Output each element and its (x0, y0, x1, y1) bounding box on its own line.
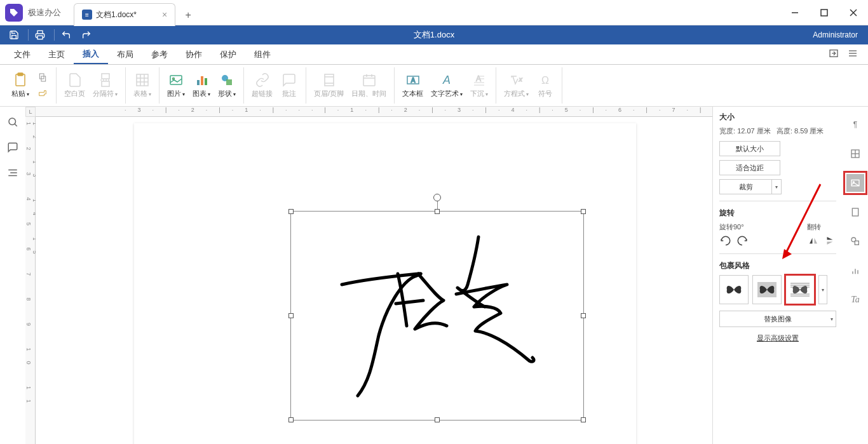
selected-image[interactable] (290, 211, 584, 420)
save-icon[interactable] (5, 26, 23, 44)
resize-handle-tr[interactable] (581, 209, 586, 214)
svg-rect-11 (18, 73, 23, 76)
user-label: Administrator (813, 30, 863, 39)
size-title: 大小 (719, 112, 836, 123)
doc-title: 文档1.docx (414, 29, 454, 41)
crop-button[interactable]: 裁剪▾ (719, 179, 836, 194)
hyperlink-button[interactable]: 超链接 (248, 71, 276, 100)
svg-line-47 (15, 124, 17, 126)
undo-icon[interactable] (57, 26, 75, 44)
flip-horizontal-icon[interactable] (807, 234, 820, 247)
header-tab-icon[interactable] (846, 203, 864, 221)
shape-tab-icon[interactable] (846, 232, 864, 250)
document-tab[interactable]: ≡ 文档1.docx* × (74, 3, 175, 26)
image-tab-icon[interactable] (846, 174, 864, 192)
document-canvas[interactable]: L ·3·|·2·|·1·|···|·1·|·2·|·3·|·4·|·5·|·6… (25, 107, 712, 444)
rotate-right-icon[interactable] (736, 234, 749, 247)
outline-icon[interactable] (5, 165, 20, 180)
resize-handle-ml[interactable] (288, 313, 294, 318)
menubar: 文件 主页 插入 布局 参考 协作 保护 组件 (0, 44, 868, 65)
blank-page-button[interactable]: 空白页 (60, 71, 89, 100)
paste-button[interactable]: 粘贴▾ (8, 71, 33, 100)
format-painter-icon[interactable] (36, 87, 50, 101)
page-break-button[interactable]: 分隔符▾ (89, 71, 121, 100)
close-window-button[interactable] (839, 0, 868, 25)
resize-handle-tl[interactable] (288, 209, 294, 214)
fit-margin-button[interactable]: 适合边距 (719, 160, 780, 175)
svg-rect-62 (852, 208, 858, 216)
minimize-button[interactable] (780, 0, 810, 25)
svg-rect-24 (197, 80, 200, 85)
dropcap-button[interactable]: A 下沉▾ (466, 71, 492, 100)
datetime-button[interactable]: 日期、时间 (348, 71, 390, 100)
resize-handle-mr[interactable] (581, 313, 586, 318)
ruler-corner: L (25, 107, 36, 117)
ribbon: 粘贴▾ 空白页 分隔符▾ 表格▾ 图片▾ 图表▾ (0, 65, 868, 107)
shape-button[interactable]: 形状▾ (214, 71, 240, 100)
wrap-square-button[interactable] (752, 275, 782, 304)
maximize-button[interactable] (810, 0, 839, 25)
horizontal-ruler: ·3·|·2·|·1·|···|·1·|·2·|·3·|·4·|·5·|·6·|… (36, 107, 712, 117)
textbox-button[interactable]: A 文本框 (398, 71, 427, 100)
properties-panel: 大小 宽度: 12.07 厘米 高度: 8.59 厘米 默认大小 适合边距 裁剪… (712, 107, 843, 444)
svg-rect-15 (102, 81, 109, 86)
menu-protect[interactable]: 保护 (211, 44, 245, 64)
search-icon[interactable] (5, 114, 20, 130)
open-file-icon[interactable] (829, 48, 839, 60)
wrap-tight-button[interactable] (785, 275, 815, 304)
app-logo (5, 4, 23, 22)
add-tab-button[interactable]: + (178, 5, 198, 25)
chart-tab-icon[interactable] (846, 262, 864, 279)
rotate-left-icon[interactable] (719, 234, 732, 247)
header-footer-button[interactable]: 页眉/页脚 (310, 71, 348, 100)
doc-icon: ≡ (82, 10, 92, 20)
replace-image-button[interactable]: 替换图像▾ (719, 311, 836, 327)
menu-addon[interactable]: 组件 (245, 44, 280, 64)
default-size-button[interactable]: 默认大小 (719, 141, 780, 156)
right-side-tabs: ¶ Ta (843, 107, 868, 444)
wrap-more-button[interactable]: ▾ (818, 275, 827, 304)
image-button[interactable]: 图片▾ (163, 71, 189, 100)
redo-icon[interactable] (78, 26, 95, 44)
wordart-button[interactable]: A 文字艺术▾ (427, 71, 466, 100)
size-values: 宽度: 12.07 厘米 高度: 8.59 厘米 (719, 126, 836, 136)
table-tab-icon[interactable] (846, 145, 864, 163)
resize-handle-bl[interactable] (288, 417, 294, 422)
textart-tab-icon[interactable]: Ta (846, 291, 864, 309)
menu-icon[interactable] (848, 48, 858, 60)
flip-vertical-icon[interactable] (824, 234, 836, 247)
resize-handle-br[interactable] (581, 417, 586, 422)
rotate-handle[interactable] (433, 194, 441, 201)
svg-rect-28 (226, 79, 232, 85)
app-name: 极速办公 (28, 7, 61, 18)
chart-button[interactable]: 图表▾ (189, 71, 214, 100)
svg-text:A: A (442, 74, 451, 86)
svg-text:A: A (410, 77, 415, 84)
menu-file[interactable]: 文件 (5, 44, 39, 64)
wrap-inline-button[interactable] (719, 275, 749, 304)
symbol-button[interactable]: Ω 符号 (532, 71, 558, 100)
menu-insert[interactable]: 插入 (74, 44, 108, 64)
page[interactable] (134, 123, 636, 444)
advanced-settings-link[interactable]: 显示高级设置 (719, 333, 836, 343)
close-icon[interactable]: × (162, 10, 167, 20)
svg-rect-26 (205, 78, 207, 85)
menu-collab[interactable]: 协作 (177, 44, 211, 64)
print-icon[interactable] (31, 26, 49, 44)
resize-handle-tm[interactable] (435, 209, 440, 214)
resize-handle-bm[interactable] (435, 417, 440, 422)
equation-button[interactable]: x 方程式▾ (500, 71, 532, 100)
table-button[interactable]: 表格▾ (130, 71, 155, 100)
copy-icon[interactable] (36, 71, 50, 84)
paragraph-tab-icon[interactable]: ¶ (846, 116, 864, 133)
svg-text:Ω: Ω (541, 75, 549, 86)
menu-home[interactable]: 主页 (39, 44, 74, 64)
rotate-title: 旋转 (719, 208, 836, 219)
comment-button[interactable]: 批注 (276, 71, 302, 100)
svg-point-23 (173, 78, 175, 80)
menu-layout[interactable]: 布局 (108, 44, 142, 64)
signature-image (310, 224, 564, 402)
tab-label: 文档1.docx* (96, 10, 137, 20)
comments-icon[interactable] (5, 140, 20, 155)
menu-ref[interactable]: 参考 (142, 44, 177, 64)
